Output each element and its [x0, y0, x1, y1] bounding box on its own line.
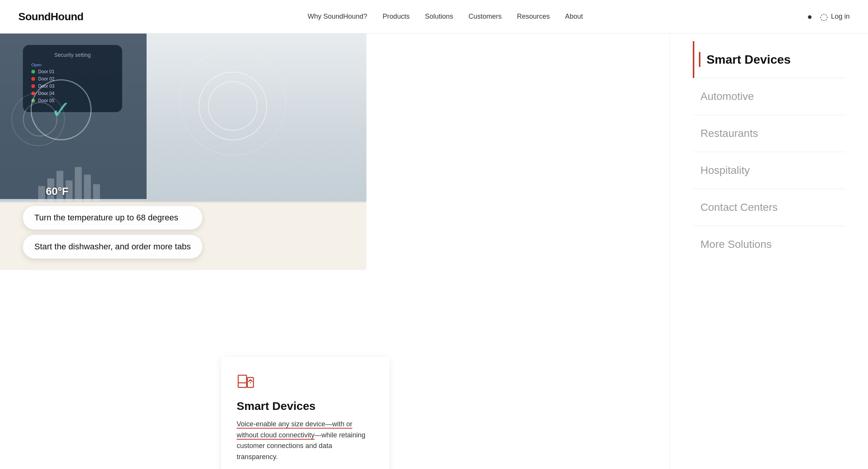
open-label: Open [31, 63, 42, 67]
nav-solutions[interactable]: Solutions [425, 13, 453, 21]
login-label: Log in [831, 13, 850, 21]
nav-why[interactable]: Why SoundHound? [308, 13, 367, 21]
sidebar-label-contact-centers: Contact Centers [700, 201, 778, 214]
bar-6 [84, 175, 91, 201]
inactive-bar-5 [693, 237, 694, 252]
svg-rect-0 [238, 375, 247, 387]
card-title: Smart Devices [237, 400, 374, 413]
active-indicator [699, 52, 700, 67]
device-svg [237, 372, 255, 390]
status-dot-red-1 [31, 77, 35, 81]
sidebar-label-restaurants: Restaurants [700, 127, 758, 140]
status-dot-green [31, 70, 35, 74]
command-bubble-1: Turn the temperature up to 68 degrees [23, 206, 202, 230]
sidebar-item-smart-devices[interactable]: Smart Devices [693, 41, 845, 78]
inactive-bar-3 [693, 163, 694, 178]
door-1-label: Door 01 [38, 69, 55, 74]
sidebar-item-more-solutions[interactable]: More Solutions [693, 226, 845, 263]
sidebar-label-automotive: Automotive [700, 90, 754, 103]
page-body: Security setting Open Door 01 Door 02 [0, 34, 868, 469]
sidebar-item-hospitality[interactable]: Hospitality [693, 152, 845, 189]
nav-about[interactable]: About [565, 13, 583, 21]
nav-products[interactable]: Products [382, 13, 410, 21]
sidebar-item-restaurants[interactable]: Restaurants [693, 115, 845, 152]
nav-actions: ● ◌ Log in [807, 11, 850, 22]
inactive-bar-4 [693, 200, 694, 215]
sidebar-item-automotive[interactable]: Automotive [693, 78, 845, 115]
hero-image: Security setting Open Door 01 Door 02 [0, 34, 366, 270]
bar-5 [75, 167, 82, 201]
sidebar-label-hospitality: Hospitality [700, 164, 750, 177]
inactive-bar-1 [693, 89, 694, 104]
temp-display: 60°F [46, 185, 68, 198]
user-icon: ◌ [820, 11, 828, 22]
sidebar-label-smart-devices: Smart Devices [707, 53, 791, 67]
search-icon[interactable]: ● [807, 12, 812, 22]
card-description: Voice-enable any size device—with or wit… [237, 419, 374, 463]
voice-ring-5 [11, 93, 65, 146]
content-card: Smart Devices Voice-enable any size devi… [221, 357, 389, 469]
nav-customers[interactable]: Customers [468, 13, 502, 21]
command-bubble-2: Start the dishwasher, and order more tab… [23, 235, 202, 259]
content-area: Security setting Open Door 01 Door 02 [0, 34, 670, 469]
security-panel-title: Security setting [31, 52, 114, 58]
security-row-1: Door 01 [31, 69, 114, 74]
sidebar: Smart Devices Automotive Restaurants Hos… [670, 34, 868, 469]
nav-links: Why SoundHound? Products Solutions Custo… [308, 13, 583, 21]
smart-device-icon [237, 372, 374, 392]
voice-ring-3 [179, 49, 286, 156]
sidebar-item-contact-centers[interactable]: Contact Centers [693, 189, 845, 226]
command-bubbles: Turn the temperature up to 68 degrees St… [23, 206, 202, 259]
brand-logo[interactable]: SoundHound [18, 11, 84, 23]
security-row-2: Door 02 [31, 76, 114, 82]
navbar: SoundHound Why SoundHound? Products Solu… [0, 0, 868, 34]
sidebar-label-more-solutions: More Solutions [700, 238, 772, 251]
login-button[interactable]: ◌ Log in [820, 11, 850, 22]
nav-resources[interactable]: Resources [517, 13, 550, 21]
security-row-open: Open [31, 63, 114, 67]
bar-7 [93, 184, 100, 201]
svg-point-2 [250, 382, 251, 383]
inactive-bar-2 [693, 126, 694, 141]
bar-1 [38, 186, 45, 201]
status-dot-red-2 [31, 84, 35, 88]
